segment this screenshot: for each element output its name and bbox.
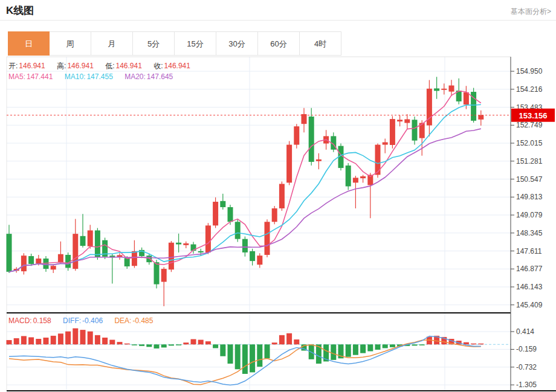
candle-body bbox=[80, 236, 86, 246]
candle-body bbox=[449, 86, 454, 92]
macd-bar bbox=[346, 344, 351, 357]
macd-bar bbox=[109, 340, 115, 345]
candle-body bbox=[28, 256, 34, 264]
macd-bar bbox=[360, 344, 366, 353]
macd-bar bbox=[191, 339, 196, 345]
candle-body bbox=[302, 114, 307, 124]
macd-bar bbox=[73, 329, 78, 345]
open-value: 146.941 bbox=[19, 62, 45, 70]
candle-body bbox=[88, 230, 93, 246]
macd-bar bbox=[58, 333, 63, 344]
close-value: 146.941 bbox=[164, 62, 190, 70]
ma5-label: MA5: bbox=[8, 72, 25, 81]
macd-bar bbox=[419, 344, 425, 345]
high-label: 高: bbox=[57, 62, 66, 70]
ma10-value: 147.455 bbox=[86, 72, 112, 81]
macd-bar bbox=[169, 344, 174, 345]
macd-bar bbox=[412, 344, 418, 345]
y-axis-label: 148.345 bbox=[516, 229, 543, 237]
macd-bar bbox=[367, 344, 373, 351]
macd-bar bbox=[331, 344, 336, 360]
ma5-value: 147.441 bbox=[27, 72, 53, 81]
macd-bar bbox=[228, 344, 233, 364]
y-axis-label: -0.732 bbox=[516, 363, 537, 371]
candle-body bbox=[124, 258, 130, 266]
candle-body bbox=[390, 119, 395, 145]
y-axis-label: 146.877 bbox=[516, 265, 543, 273]
candle-body bbox=[154, 262, 160, 284]
candle-body bbox=[464, 92, 469, 104]
macd-bar bbox=[235, 344, 241, 369]
candle-body bbox=[95, 230, 100, 257]
candle-body bbox=[265, 222, 270, 255]
macd-bar bbox=[146, 344, 152, 347]
chart-svg: 154.950154.216153.483152.749152.015151.2… bbox=[0, 0, 556, 392]
high-value: 146.941 bbox=[67, 62, 93, 70]
candle-body bbox=[383, 143, 388, 145]
y-axis-label: 154.950 bbox=[516, 67, 543, 76]
diff-value: -0.406 bbox=[82, 316, 103, 325]
macd-bar bbox=[286, 333, 292, 344]
y-axis-label: 154.216 bbox=[516, 85, 543, 94]
macd-bar bbox=[80, 330, 86, 344]
dea-label: DEA: bbox=[114, 316, 131, 325]
price-axis: 154.950154.216153.483152.749152.015151.2… bbox=[511, 57, 543, 391]
y-axis-label: -0.159 bbox=[516, 345, 537, 353]
macd-bar bbox=[65, 332, 71, 345]
open-label: 开: bbox=[8, 62, 18, 70]
candle-body bbox=[183, 243, 189, 245]
candle-body bbox=[58, 254, 63, 262]
candle-body bbox=[213, 202, 218, 225]
price-badge-value: 153.156 bbox=[519, 111, 548, 120]
macd-bar bbox=[471, 344, 476, 345]
macd-bar bbox=[95, 335, 100, 344]
candles-layer bbox=[7, 77, 484, 306]
candle-body bbox=[198, 251, 204, 252]
ma20-label: MA20: bbox=[124, 72, 146, 81]
macd-bar bbox=[139, 344, 144, 346]
candle-body bbox=[21, 255, 27, 271]
candle-body bbox=[169, 243, 174, 270]
macd-bar bbox=[88, 332, 93, 345]
y-axis-label: 152.015 bbox=[516, 139, 543, 147]
macd-bar bbox=[265, 344, 270, 358]
macd-bar bbox=[183, 342, 189, 344]
candle-body bbox=[220, 201, 225, 207]
candle-body bbox=[7, 234, 12, 272]
macd-value: 0.158 bbox=[33, 316, 51, 325]
candle-body bbox=[346, 165, 351, 186]
ma20-value: 147.645 bbox=[147, 72, 173, 81]
y-axis-label: 152.749 bbox=[516, 121, 543, 129]
macd-bar bbox=[250, 344, 255, 372]
macd-bar bbox=[390, 344, 395, 347]
macd-bar bbox=[272, 342, 277, 344]
macd-bar bbox=[205, 341, 211, 344]
candle-body bbox=[161, 269, 167, 281]
macd-bar bbox=[154, 344, 160, 349]
macd-bar bbox=[36, 339, 41, 344]
candle-body bbox=[316, 159, 322, 161]
macd-bar bbox=[14, 338, 19, 344]
y-axis-label: 150.547 bbox=[516, 175, 543, 184]
candle-body bbox=[279, 184, 285, 208]
candle-body bbox=[228, 207, 233, 222]
macd-bar bbox=[132, 344, 137, 345]
candle-body bbox=[397, 120, 402, 121]
y-axis-label: 149.813 bbox=[516, 193, 543, 201]
y-axis-label: 145.409 bbox=[516, 301, 543, 309]
macd-bar bbox=[161, 344, 167, 347]
macd-bar bbox=[102, 338, 108, 344]
macd-bar bbox=[198, 340, 204, 345]
macd-info-row: MACD:0.158 DIFF:-0.406 DEA:-0.485 bbox=[8, 316, 154, 325]
ohlc-info-row: 开:146.941 高:146.941 低:146.941 收:146.941 bbox=[8, 61, 192, 71]
macd-bar bbox=[28, 337, 34, 344]
candle-body bbox=[441, 89, 447, 90]
candle-body bbox=[235, 222, 241, 239]
macd-bar bbox=[478, 344, 483, 345]
candle-body bbox=[36, 259, 41, 263]
candle-body bbox=[250, 251, 255, 261]
candle-body bbox=[205, 225, 211, 252]
candle-body bbox=[272, 208, 277, 222]
kline-page: K线图 基本面分析> 日周月5分15分30分60分4时 154.950154.2… bbox=[0, 0, 556, 392]
candle-body bbox=[286, 145, 292, 183]
